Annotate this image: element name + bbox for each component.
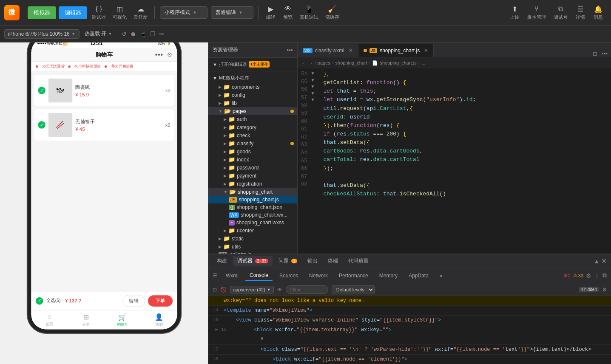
file-shopping-chart-json[interactable]: {} shopping_chart.json — [208, 203, 297, 211]
order-btn[interactable]: 下单 — [148, 295, 172, 306]
folder-check[interactable]: ▶ 📁 check — [208, 131, 297, 139]
cart-qty-0: x3 — [165, 87, 170, 93]
copy-icon[interactable]: ❐ — [150, 31, 156, 37]
gear-btn[interactable]: ⚙ — [586, 272, 591, 279]
devtools-source-btn[interactable]: ☰ — [213, 273, 217, 279]
phone-signal: ●●●●● — [37, 42, 46, 45]
folder-pages[interactable]: ▼ 📂 pages — [208, 107, 297, 115]
devtools-tab-build[interactable]: 构建 — [213, 256, 231, 266]
devtools-tab-output[interactable]: 输出 — [303, 256, 322, 266]
folder-registration[interactable]: ▶ 📁 registration — [208, 180, 297, 188]
cut-icon[interactable]: ✂ — [159, 31, 164, 37]
editor-btn[interactable]: 编辑器 — [59, 6, 87, 19]
real-debug-btn[interactable]: 📱 真机调试 — [296, 4, 322, 21]
tabbar-cart[interactable]: 🛒 购物车 — [104, 313, 141, 327]
folder-payment[interactable]: ▶ 📁 payment — [208, 172, 297, 180]
edit-btn[interactable]: 编辑 — [122, 295, 145, 307]
chrome-tab-sources[interactable]: Sources — [275, 271, 302, 280]
phone-icon[interactable]: 📱 — [139, 31, 147, 37]
console-eye-btn[interactable]: 👁 — [277, 287, 282, 293]
refresh-icon[interactable]: ↺ — [122, 31, 127, 37]
shopping-tab-close[interactable]: ✕ — [424, 48, 428, 54]
devtools-close-btn[interactable]: ✕ — [601, 257, 607, 265]
folder-category[interactable]: ▶ 📁 category — [208, 123, 297, 131]
folder-components[interactable]: ▶ 📁 components — [208, 83, 297, 91]
folder-utils[interactable]: ▶ 📁 utils — [208, 243, 297, 251]
msg-btn[interactable]: 🔔 消息 — [590, 4, 607, 21]
more-icon[interactable]: ••• — [602, 51, 608, 57]
explorer-more-icon[interactable]: ••• — [287, 47, 293, 54]
chrome-undock-btn[interactable]: ⧉ — [602, 272, 607, 279]
folder-password[interactable]: ▶ 📁 password — [208, 164, 297, 172]
visualize-icon: ◫ — [115, 5, 125, 13]
hotreload-btn[interactable]: 热重载 开 ▼ — [81, 29, 116, 39]
file-shopping-chart-wxml[interactable]: WX shopping_chart.wx... — [208, 211, 297, 219]
mode-dropdown[interactable]: 小程序模式 ▼ — [160, 6, 207, 19]
devtools-collapse-btn[interactable]: ▲ — [594, 258, 600, 265]
upload-btn[interactable]: ⬆ 上传 — [506, 4, 523, 21]
folder-ucenter[interactable]: ▶ 📁 ucenter — [208, 226, 297, 234]
nav-scan[interactable]: ⊙ — [167, 51, 171, 58]
chrome-tab-network[interactable]: Network — [305, 271, 332, 280]
select-all-checkbox[interactable]: ✓ — [35, 297, 43, 305]
classify-tab-close[interactable]: ✕ — [349, 48, 353, 54]
chrome-more-btn[interactable]: ⋮ — [594, 272, 600, 279]
chrome-tab-wxml[interactable]: Wxml — [222, 271, 243, 280]
context-selector[interactable]: appservice (#2) ▼ — [230, 286, 274, 293]
cloud-btn[interactable]: ☁ 云开发 — [130, 4, 151, 21]
clean-save-btn[interactable]: 🧹 清缓存 — [322, 4, 343, 21]
tabbar-home[interactable]: ⌂ 首页 — [31, 313, 68, 327]
folder-config[interactable]: ▶ 📁 config — [208, 91, 297, 99]
chrome-tab-memory[interactable]: Memory — [375, 271, 402, 280]
folder-goods[interactable]: ▶ 📁 goods — [208, 147, 297, 155]
compile-dropdown[interactable]: 普通编译 ▼ — [211, 6, 253, 19]
folder-static[interactable]: ▶ 📁 static — [208, 234, 297, 243]
file-shopping-chart-js[interactable]: JS shopping_chart.js — [208, 196, 297, 203]
compile-btn[interactable]: ▶ 编译 — [262, 4, 279, 21]
chrome-tab-performance[interactable]: Performance — [335, 271, 372, 280]
file-shopping-chart-wxss[interactable]: ~ shopping_chart.wxss — [208, 219, 297, 226]
devtools-tab-terminal[interactable]: 终端 — [324, 256, 342, 266]
folder-lib[interactable]: ▶ 📁 lib — [208, 99, 297, 107]
folder-auth[interactable]: ▶ 📁 auth — [208, 115, 297, 123]
chrome-tab-appdata[interactable]: AppData — [404, 271, 433, 280]
chrome-tab-more[interactable]: » — [435, 271, 447, 280]
devtools-tab-issues[interactable]: 问题 1 — [274, 256, 301, 266]
project-title[interactable]: ▼ ME微店小程序 — [208, 73, 297, 83]
devtools-tab-quality[interactable]: 代码质量 — [344, 256, 373, 266]
breadcrumb-back[interactable]: ← — [302, 60, 307, 65]
nav-dots[interactable]: ••• — [155, 51, 163, 58]
detail-btn[interactable]: ☰ 详情 — [572, 4, 589, 21]
cart-checkbox-0[interactable]: ✓ — [38, 87, 45, 94]
debugger-btn[interactable]: { } 调试器 — [88, 4, 109, 21]
separator-1 — [154, 6, 155, 19]
tab-shopping-chart-js[interactable]: JS shopping_chart.js ✕ — [358, 44, 434, 57]
simulator-btn[interactable]: 模拟器 — [28, 6, 56, 19]
cart-checkbox-1[interactable]: ✓ — [38, 121, 45, 129]
breadcrumb-forward[interactable]: → — [308, 60, 313, 65]
devtools-tab-debugger[interactable]: 调试器 2, 33 — [233, 256, 273, 266]
preview-btn[interactable]: 👁 预览 — [279, 4, 296, 21]
version-btn[interactable]: ⑂ 版本管理 — [524, 4, 549, 21]
cart-info-0: 陶瓷碗 ¥ 15.9 — [75, 83, 162, 97]
open-editors-title[interactable]: ▼ 打开的编辑器 1个未保存 — [208, 59, 297, 69]
console-clear-btn[interactable]: 🚫 — [220, 287, 227, 293]
chrome-tab-console[interactable]: Console — [245, 271, 273, 281]
visualize-btn[interactable]: ◫ 可视化 — [109, 4, 130, 21]
console-filter-input[interactable] — [286, 285, 328, 294]
tabbar-profile[interactable]: 👤 我的 — [140, 313, 177, 327]
default-levels-select[interactable]: Default levels — [332, 285, 375, 294]
device-chevron: ▼ — [71, 31, 76, 36]
console-block-btn[interactable]: ⊡ — [213, 287, 217, 293]
console-settings-btn[interactable]: ⚙ — [602, 287, 607, 293]
folder-classify[interactable]: ▶ 📁 classify — [208, 139, 297, 147]
device-selector[interactable]: iPhone 6/7/8 Plus 100% 16 ▼ — [4, 29, 80, 39]
folder-shopping-chart[interactable]: ▼ 📂 shopping_chart — [208, 188, 297, 196]
folder-index[interactable]: ▶ 📁 index — [208, 155, 297, 164]
split-icon[interactable]: ⊡ — [593, 51, 597, 57]
record-icon[interactable]: ⏺ — [130, 31, 136, 37]
test-btn[interactable]: ⧉ 测试号 — [550, 4, 571, 21]
tabbar-category[interactable]: ⊞ 分类 — [68, 313, 104, 327]
file-eslintrc[interactable]: JS .eslintrc.js — [208, 251, 297, 254]
tab-classify-wxml[interactable]: WX classify.wxml ✕ — [298, 44, 358, 57]
